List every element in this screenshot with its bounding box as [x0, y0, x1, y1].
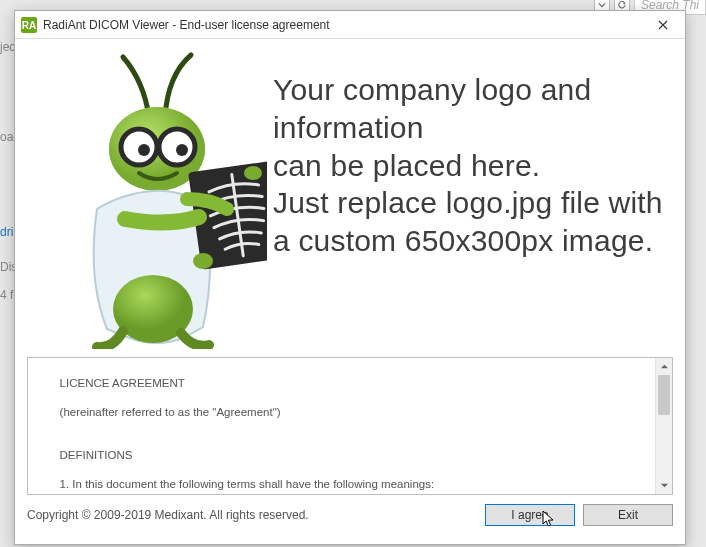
svg-point-12: [193, 253, 213, 269]
copyright-text: Copyright © 2009-2019 Medixant. All righ…: [27, 508, 477, 522]
license-text-box: LICENCE AGREEMENT (hereinafter referred …: [27, 357, 673, 495]
svg-point-7: [138, 144, 150, 156]
close-button[interactable]: [641, 11, 685, 39]
window-title: RadiAnt DICOM Viewer - End-user license …: [43, 18, 641, 32]
app-icon: RA: [21, 17, 37, 33]
scroll-down-icon[interactable]: [656, 477, 672, 494]
svg-text:RA: RA: [22, 20, 36, 31]
svg-point-13: [244, 166, 262, 180]
exit-button-label: Exit: [618, 508, 638, 522]
dialog-footer: Copyright © 2009-2019 Medixant. All righ…: [27, 495, 673, 529]
license-dialog: RA RadiAnt DICOM Viewer - End-user licen…: [14, 10, 686, 545]
svg-rect-6: [155, 143, 161, 149]
license-line: (hereinafter referred to as the "Agreeme…: [60, 406, 281, 418]
scroll-up-icon[interactable]: [656, 358, 672, 375]
license-line: 1. In this document the following terms …: [60, 478, 435, 490]
cursor-icon: [542, 510, 556, 528]
exit-button[interactable]: Exit: [583, 504, 673, 526]
license-scrollbar[interactable]: [655, 358, 672, 494]
dialog-content: Your company logo and informationcan be …: [15, 39, 685, 544]
license-text[interactable]: LICENCE AGREEMENT (hereinafter referred …: [28, 358, 655, 494]
svg-point-8: [176, 144, 188, 156]
logo-area: Your company logo and informationcan be …: [27, 49, 673, 349]
agree-button[interactable]: I agree: [485, 504, 575, 526]
logo-placeholder-text: Your company logo and informationcan be …: [273, 49, 673, 260]
close-icon: [658, 20, 668, 30]
license-heading: DEFINITIONS: [60, 449, 133, 461]
mascot-illustration: [27, 49, 267, 349]
bg-label: dri: [0, 225, 13, 239]
titlebar: RA RadiAnt DICOM Viewer - End-user licen…: [15, 11, 685, 39]
license-heading: LICENCE AGREEMENT: [60, 377, 185, 389]
scroll-thumb[interactable]: [658, 375, 670, 415]
